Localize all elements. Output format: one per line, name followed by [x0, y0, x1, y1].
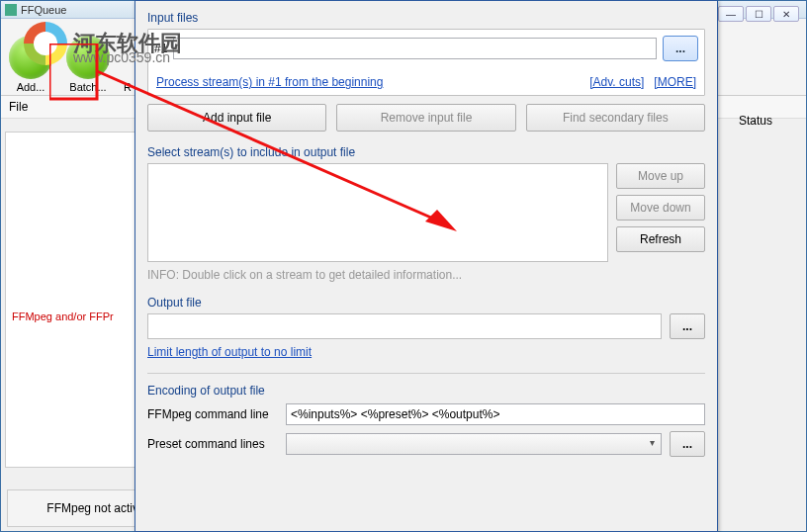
input-files-label: Input files — [147, 11, 705, 25]
status-text: FFMpeg not active — [46, 501, 144, 515]
batch-label: Batch... — [69, 81, 106, 93]
app-icon — [5, 4, 17, 16]
preset-cmd-label: Preset command lines — [147, 437, 278, 451]
find-secondary-button[interactable]: Find secondary files — [526, 104, 705, 132]
r-button[interactable]: R — [124, 79, 132, 93]
adv-cuts-link[interactable]: [Adv. cuts] — [589, 75, 644, 89]
window-controls: — ☐ ✕ — [718, 6, 799, 22]
limit-length-link[interactable]: Limit length of output to no limit — [147, 345, 312, 359]
job-dialog: Input files #1 ... Process stream(s) in … — [134, 0, 718, 532]
move-up-button[interactable]: Move up — [616, 163, 705, 189]
input-file-path[interactable] — [173, 38, 657, 59]
file-list[interactable]: FFMpeg and/or FFPr — [5, 132, 135, 468]
file-column[interactable]: File — [9, 100, 128, 114]
move-down-button[interactable]: Move down — [616, 195, 705, 221]
browse-input-button[interactable]: ... — [663, 36, 698, 61]
ffmpeg-cmd-label: FFMpeg command line — [147, 407, 278, 421]
select-streams-label: Select stream(s) to include in output fi… — [147, 145, 705, 159]
encoding-label: Encoding of output file — [147, 384, 705, 398]
r-label: R — [124, 81, 132, 93]
preset-select[interactable] — [286, 433, 662, 455]
output-file-label: Output file — [147, 296, 705, 310]
separator — [147, 373, 705, 374]
add-label: Add... — [17, 81, 45, 93]
input-files-group: #1 ... Process stream(s) in #1 from the … — [147, 29, 705, 96]
close-button[interactable]: ✕ — [773, 6, 799, 22]
maximize-button[interactable]: ☐ — [746, 6, 771, 22]
output-file-path[interactable] — [147, 313, 662, 339]
refresh-button[interactable]: Refresh — [616, 226, 705, 252]
ffmpeg-cmd-input[interactable] — [286, 403, 705, 425]
watermark-logo-icon — [24, 22, 67, 65]
error-message: FFMpeg and/or FFPr — [12, 310, 114, 322]
streams-list[interactable] — [147, 163, 608, 262]
minimize-button[interactable]: — — [718, 6, 744, 22]
more-link[interactable]: [MORE] — [654, 75, 696, 89]
status-column[interactable]: Status — [739, 114, 798, 128]
info-hint: INFO: Double click on a stream to get de… — [147, 268, 705, 282]
process-stream-link[interactable]: Process stream(s) in #1 from the beginni… — [156, 75, 383, 89]
preset-browse-button[interactable]: ... — [670, 431, 705, 457]
browse-output-button[interactable]: ... — [670, 313, 705, 339]
add-input-file-button[interactable]: Add input file — [147, 104, 326, 132]
window-title: FFQueue — [21, 4, 66, 16]
remove-input-file-button[interactable]: Remove input file — [336, 104, 515, 132]
watermark-url: www.pc0359.cn — [73, 49, 170, 65]
